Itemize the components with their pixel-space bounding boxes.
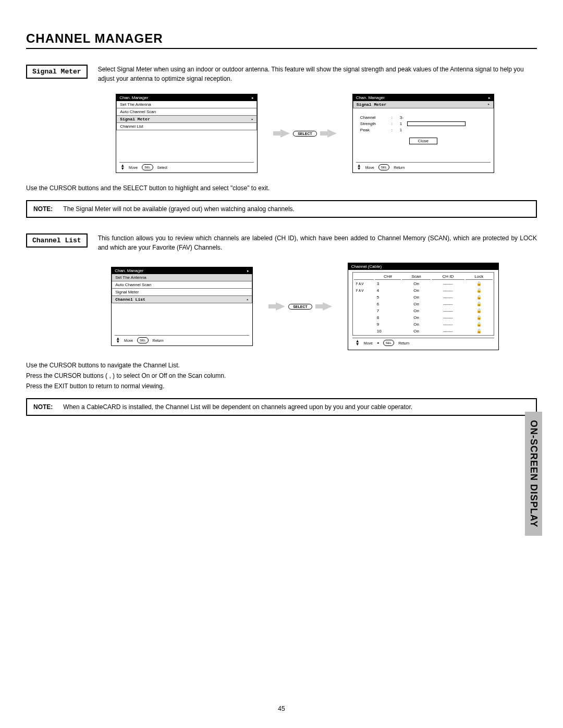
fav-cell: FAV bbox=[354, 288, 374, 293]
fav-cell bbox=[354, 328, 374, 334]
page-title: CHANNEL MANAGER bbox=[26, 31, 537, 46]
peak-value: 1 bbox=[400, 128, 402, 132]
signal-meter-label: Signal Meter bbox=[26, 65, 88, 79]
channel-label: Channel bbox=[360, 115, 386, 120]
channel-list-left-osd: Chan. Manager ▸ Set The Antenna Auto Cha… bbox=[111, 267, 253, 346]
scan-cell: On bbox=[402, 315, 431, 320]
ch-cell: 4 bbox=[375, 288, 401, 293]
side-tab: ON-SCREEN DISPLAY bbox=[525, 412, 542, 536]
channel-table: CH# Scan CH ID Lock FAV3On-------🔒FAV4On… bbox=[352, 272, 494, 336]
hint-bar: ▲▼ Move SEL Return bbox=[115, 335, 249, 344]
chevron-right-icon: ▸ bbox=[488, 96, 491, 100]
scan-cell: On bbox=[402, 328, 431, 334]
table-row[interactable]: 9On-------🔒 bbox=[354, 322, 493, 327]
left-icon: ◂ bbox=[377, 341, 379, 345]
ch-cell: 3 bbox=[375, 281, 401, 287]
fav-cell bbox=[354, 315, 374, 320]
page-number: 45 bbox=[0, 705, 563, 712]
lock-icon: 🔒 bbox=[476, 315, 482, 320]
chid-cell: ------- bbox=[432, 294, 464, 300]
chevron-right-icon: ▸ bbox=[247, 269, 249, 273]
menu-item[interactable]: Set The Antenna bbox=[112, 274, 252, 281]
chid-cell: ------- bbox=[432, 281, 464, 287]
hint-move: Move bbox=[124, 339, 133, 342]
hint-bar: ▲▼ Move SEL Select bbox=[119, 162, 254, 171]
signal-strength-bar bbox=[407, 121, 466, 126]
note-text: The Signal Meter will not be available (… bbox=[63, 205, 530, 213]
menu-item[interactable]: Set The Antenna bbox=[116, 101, 257, 108]
sel-pill: SEL bbox=[383, 340, 394, 346]
menu-item-selected[interactable]: Signal Meter ▸ bbox=[116, 116, 257, 123]
table-row[interactable]: 10On-------🔒 bbox=[354, 328, 493, 334]
fav-cell: FAV bbox=[354, 281, 374, 287]
note-box: NOTE: When a CableCARD is installed, the… bbox=[26, 398, 537, 416]
table-row[interactable]: FAV4On-------🔒 bbox=[354, 288, 493, 293]
col-lock: Lock bbox=[466, 274, 493, 280]
transition-arrows: SELECT bbox=[273, 129, 337, 138]
scan-cell: On bbox=[402, 322, 431, 327]
chid-cell: ------- bbox=[432, 308, 464, 314]
fav-cell bbox=[354, 322, 374, 327]
channel-list-post-3: Press the EXIT button to return to norma… bbox=[26, 381, 537, 391]
table-row[interactable]: 8On-------🔒 bbox=[354, 315, 493, 320]
menu-item-label: Signal Meter bbox=[120, 117, 150, 121]
ch-cell: 10 bbox=[375, 328, 401, 334]
note-box: NOTE: The Signal Meter will not be avail… bbox=[26, 200, 537, 218]
table-row[interactable]: 5On-------🔒 bbox=[354, 294, 493, 300]
scan-cell: On bbox=[402, 281, 431, 287]
lock-cell: 🔒 bbox=[466, 301, 493, 307]
menu-item[interactable]: Signal Meter bbox=[112, 289, 252, 296]
col-ch: CH# bbox=[375, 274, 401, 280]
osd-title: Chan. Manager bbox=[119, 95, 148, 100]
strength-label: Strength bbox=[360, 121, 386, 126]
menu-item[interactable]: Channel List bbox=[116, 123, 257, 130]
lock-cell: 🔒 bbox=[466, 294, 493, 300]
osd-subtitle: Signal Meter ▸ bbox=[353, 101, 494, 108]
signal-meter-right-osd: Chan. Manager ▸ Signal Meter ▸ Channel :… bbox=[352, 94, 494, 173]
channel-list-post-1: Use the CURSOR buttons to navigate the C… bbox=[26, 361, 537, 370]
sel-pill: SEL bbox=[142, 164, 153, 170]
lock-icon: 🔒 bbox=[476, 302, 482, 306]
table-row[interactable]: FAV3On-------🔒 bbox=[354, 281, 493, 287]
ch-cell: 8 bbox=[375, 315, 401, 320]
menu-item-selected[interactable]: Channel List ▸ bbox=[112, 296, 252, 303]
scan-cell: On bbox=[402, 288, 431, 293]
signal-meter-post-text: Use the CURSOR buttons and the SELECT bu… bbox=[26, 183, 537, 193]
channel-value: 3- bbox=[400, 115, 403, 120]
chevron-right-icon: ▸ bbox=[247, 298, 249, 302]
updown-icon: ▲▼ bbox=[356, 340, 360, 346]
ch-cell: 9 bbox=[375, 322, 401, 327]
signal-meter-left-osd: Chan. Manager ▸ Set The Antenna Auto Cha… bbox=[116, 94, 258, 173]
close-button[interactable]: Close bbox=[409, 138, 437, 144]
chid-cell: ------- bbox=[432, 315, 464, 320]
scan-cell: On bbox=[402, 294, 431, 300]
lock-icon: 🔒 bbox=[476, 288, 482, 293]
sel-pill: SEL bbox=[378, 164, 389, 170]
ch-cell: 5 bbox=[375, 294, 401, 300]
transition-arrows: SELECT bbox=[268, 302, 332, 311]
chid-cell: ------- bbox=[432, 328, 464, 334]
lock-cell: 🔒 bbox=[466, 322, 493, 327]
lock-icon: 🔒 bbox=[476, 281, 482, 286]
chid-cell: ------- bbox=[432, 301, 464, 307]
channel-list-post-2: Press the CURSOR buttons ( , ) to select… bbox=[26, 371, 537, 380]
menu-item[interactable]: Auto Channel Scan bbox=[116, 108, 257, 116]
lock-cell: 🔒 bbox=[466, 288, 493, 293]
hint-return: Return bbox=[398, 341, 409, 345]
table-title: Channel (Cable) bbox=[348, 263, 498, 270]
table-row[interactable]: 6On-------🔒 bbox=[354, 301, 493, 307]
menu-item[interactable]: Auto Channel Scan bbox=[112, 281, 252, 289]
fav-cell bbox=[354, 294, 374, 300]
hint-move: Move bbox=[129, 166, 138, 169]
hint-return: Return bbox=[394, 166, 405, 169]
select-button-pill: SELECT bbox=[288, 304, 312, 310]
hint-bar: ▲▼ Move SEL Return bbox=[356, 162, 491, 171]
table-row[interactable]: 7On-------🔒 bbox=[354, 308, 493, 314]
note-label: NOTE: bbox=[33, 403, 53, 411]
note-text: When a CableCARD is installed, the Chann… bbox=[63, 403, 530, 411]
chevron-right-icon: ▸ bbox=[252, 96, 254, 100]
hint-move: Move bbox=[364, 341, 373, 345]
hint-return: Return bbox=[153, 339, 164, 342]
updown-icon: ▲▼ bbox=[357, 164, 361, 170]
lock-icon: 🔒 bbox=[476, 322, 482, 327]
